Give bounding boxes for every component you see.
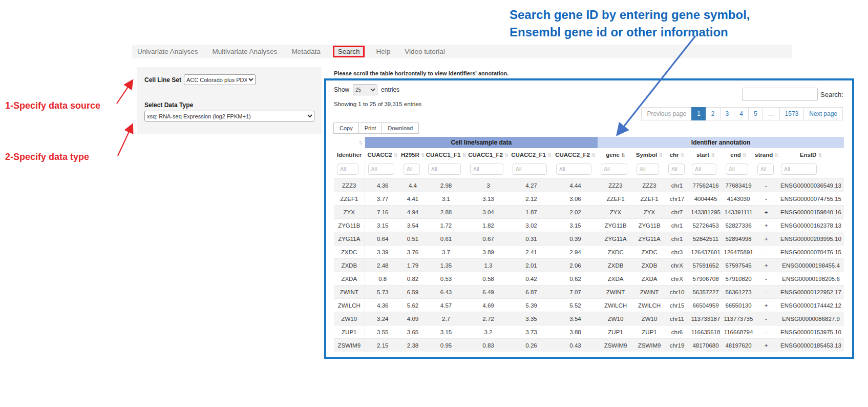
- nav-item-multivariate-analyses[interactable]: Multivariate Analyses: [213, 48, 278, 55]
- download-button[interactable]: Download: [382, 123, 419, 134]
- nav-item-video-tutorial[interactable]: Video tutorial: [405, 48, 445, 55]
- column-header-cuacc2-f1[interactable]: CUACC2_F1⇅: [510, 148, 553, 161]
- page-length-select[interactable]: 25: [353, 84, 377, 95]
- column-header-cuacc2-f2[interactable]: CUACC2_F2⇅: [553, 148, 598, 161]
- sort-icon[interactable]: ⇅: [774, 152, 778, 158]
- cell-line-set-select[interactable]: ACC Colorado plus PDX: [184, 74, 256, 85]
- search-input[interactable]: [742, 88, 818, 101]
- table-row-zwilch[interactable]: ZWILCH4.365.624.574.695.395.52ZWILCHZWIL…: [334, 299, 844, 312]
- print-button[interactable]: Print: [358, 123, 383, 134]
- sort-icon[interactable]: ⇅: [743, 152, 747, 158]
- cell-ensid: ENSG00000162378.13: [778, 219, 844, 232]
- sort-icon[interactable]: ⇅: [659, 152, 663, 158]
- column-header-label: chr: [670, 152, 679, 158]
- table-row-zxdc[interactable]: ZXDC3.393.763.73.892.412.94ZXDCZXDCchr31…: [334, 246, 844, 259]
- annotation-heading: Search gene ID by entering gene symbol, …: [510, 6, 750, 41]
- column-header-end[interactable]: end⇅: [723, 148, 754, 161]
- sort-icon[interactable]: ⇅: [359, 140, 363, 146]
- cell-cuacc2-f2: 2.94: [553, 246, 598, 259]
- table-row-zswim9[interactable]: ZSWIM92.152.380.950.830.260.43ZSWIM9ZSWI…: [334, 339, 844, 352]
- filter-cell-h295r: [400, 161, 425, 179]
- page-button-1[interactable]: 1: [691, 107, 706, 120]
- filter-input-h295r[interactable]: [404, 164, 420, 175]
- filter-input-chr[interactable]: [668, 164, 685, 175]
- cell-chr: chr7: [665, 206, 689, 219]
- column-header-cuacc1-f1[interactable]: CUACC1_F1⇅: [425, 148, 467, 161]
- cell-strand: +: [754, 259, 778, 272]
- sort-icon[interactable]: ⇅: [681, 152, 685, 158]
- table-row-zzz3[interactable]: ZZZ34.364.42.9834.274.44ZZZ3ZZZ3chr17756…: [334, 179, 844, 192]
- filter-input-start[interactable]: [692, 164, 716, 175]
- table-row-zwint[interactable]: ZWINT5.736.596.436.496.877.07ZWINTZWINTc…: [334, 286, 844, 299]
- filter-input-identifier[interactable]: [337, 164, 358, 175]
- cell-end: 57910820: [723, 272, 754, 286]
- cell-chr: chr19: [665, 339, 689, 352]
- column-header-gene[interactable]: gene⇅: [598, 148, 633, 161]
- filter-input-cuacc1-f2[interactable]: [470, 164, 503, 175]
- nav-item-help[interactable]: Help: [376, 48, 390, 55]
- filter-input-cuacc1-f1[interactable]: [428, 164, 461, 175]
- column-header-start[interactable]: start⇅: [689, 148, 723, 161]
- filter-input-strand[interactable]: [757, 164, 774, 175]
- table-row-zyg11b[interactable]: ZYG11B3.153.541.721.823.023.15ZYG11BZYG1…: [334, 219, 844, 232]
- sort-icon[interactable]: ⇅: [711, 152, 715, 158]
- table-row-zyx[interactable]: ZYX7.164.942.883.041.872.02ZYXZYXchr7143…: [334, 206, 844, 219]
- filter-input-gene[interactable]: [601, 164, 627, 175]
- sort-icon[interactable]: ⇅: [591, 152, 596, 158]
- sort-icon[interactable]: ⇅: [547, 152, 552, 158]
- cell-cuacc2-f1: 2.01: [510, 259, 553, 272]
- next-page-button[interactable]: Next page: [803, 107, 843, 120]
- column-header-strand[interactable]: strand⇅: [754, 148, 778, 161]
- column-header-h295r[interactable]: H295R⇅: [400, 148, 425, 161]
- cell-symbol: ZZEF1: [633, 192, 665, 206]
- table-row-zxdb[interactable]: ZXDB2.481.791.351.32.012.06ZXDBZXDBchrX5…: [334, 259, 844, 272]
- table-row-zxda[interactable]: ZXDA0.80.820.530.580.420.62ZXDAZXDAchrX5…: [334, 272, 844, 286]
- filter-input-ensid[interactable]: [781, 164, 817, 175]
- cell-chr: chr1: [665, 179, 689, 192]
- table-row-zw10[interactable]: ZW103.244.092.72.723.353.54ZW10ZW10chr11…: [334, 312, 844, 325]
- column-header-chr[interactable]: chr⇅: [665, 148, 689, 161]
- column-header-ensid[interactable]: EnsID⇅: [778, 148, 844, 161]
- table-row-zzef1[interactable]: ZZEF13.774.413.13.132.123.06ZZEF1ZZEF1ch…: [334, 192, 844, 206]
- page-button-1573[interactable]: 1573: [779, 107, 805, 120]
- cell-cuacc1-f1: 0.61: [425, 232, 467, 246]
- filter-input-cuacc2[interactable]: [368, 164, 395, 175]
- filter-input-end[interactable]: [726, 164, 748, 175]
- nav-item-univariate-analyses[interactable]: Univariate Analyses: [137, 48, 198, 55]
- page-button-4[interactable]: 4: [734, 107, 749, 120]
- filter-input-cuacc2-f2[interactable]: [556, 164, 591, 175]
- cell-identifier: ZSWIM9: [334, 339, 365, 352]
- sort-icon[interactable]: ⇅: [818, 152, 822, 158]
- data-type-select[interactable]: xsq: RNA-seq Expression (log2 FPKM+1): [144, 111, 314, 121]
- column-header-identifier[interactable]: Identifier: [334, 148, 365, 161]
- table-row-zyg11a[interactable]: ZYG11A0.640.510.610.670.310.39ZYG11AZYG1…: [334, 232, 844, 246]
- copy-button[interactable]: Copy: [333, 123, 359, 134]
- filter-input-symbol[interactable]: [637, 164, 659, 175]
- column-header-symbol[interactable]: Symbol⇅: [633, 148, 665, 161]
- cell-cuacc1-f1: 3.1: [425, 192, 467, 206]
- column-header-cuacc2[interactable]: CUACC2⇅: [365, 148, 400, 161]
- sort-icon[interactable]: ⇅: [421, 152, 425, 158]
- sort-icon[interactable]: ⇅: [621, 152, 625, 158]
- nav-item-search[interactable]: Search: [333, 46, 365, 57]
- table-row-zup1[interactable]: ZUP13.553.653.153.23.733.88ZUP1ZUP1chr61…: [334, 325, 844, 339]
- cell-cuacc2-f1: 3.73: [510, 325, 553, 339]
- nav-item-metadata[interactable]: Metadata: [291, 48, 320, 55]
- filter-cell-ensid: [778, 161, 844, 179]
- page-button-5[interactable]: 5: [748, 107, 763, 120]
- page-button-2[interactable]: 2: [706, 107, 721, 120]
- identifier-sort-cell[interactable]: ⇅: [334, 137, 365, 148]
- column-header-cuacc1-f2[interactable]: CUACC1_F2⇅: [467, 148, 510, 161]
- sort-icon[interactable]: ⇅: [504, 152, 509, 158]
- filter-input-cuacc2-f1[interactable]: [513, 164, 547, 175]
- sort-icon[interactable]: ⇅: [393, 152, 397, 158]
- cell-gene: ZUP1: [598, 325, 633, 339]
- cell-gene: ZYG11A: [598, 232, 633, 246]
- cell-cuacc1-f1: 4.57: [425, 299, 467, 312]
- cell-ensid: ENSG00000174442.12: [778, 299, 844, 312]
- sort-icon[interactable]: ⇅: [462, 152, 466, 158]
- page-button-3[interactable]: 3: [720, 107, 735, 120]
- previous-page-button[interactable]: Previous page: [641, 107, 692, 120]
- page-length-control: Show 25 entries: [334, 84, 399, 95]
- cell-cuacc2-f2: 3.54: [553, 312, 598, 325]
